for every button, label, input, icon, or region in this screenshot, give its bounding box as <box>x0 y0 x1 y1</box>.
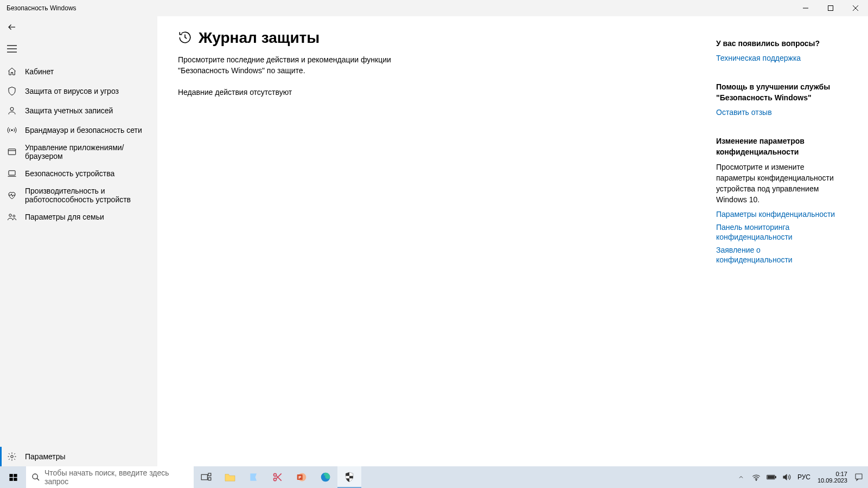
svg-point-16 <box>11 455 14 458</box>
signal-icon <box>7 125 17 136</box>
svg-rect-20 <box>14 478 17 481</box>
svg-rect-23 <box>201 474 207 480</box>
taskbar-app-explorer[interactable] <box>218 466 242 488</box>
battery-icon <box>767 474 776 480</box>
back-button[interactable] <box>0 16 157 38</box>
svg-rect-10 <box>8 149 16 155</box>
tray-clock[interactable]: 0:17 10.09.2023 <box>814 471 851 484</box>
svg-rect-35 <box>346 476 349 479</box>
sidebar-item-perf[interactable]: Производительность и работоспособность у… <box>0 183 157 207</box>
hamburger-button[interactable] <box>0 38 157 60</box>
sidebar-item-label: Параметры <box>25 452 66 461</box>
laptop-icon <box>7 168 17 179</box>
window-icon <box>7 146 17 157</box>
minimize-button[interactable] <box>793 0 818 16</box>
svg-rect-17 <box>9 474 12 477</box>
scissors-icon <box>272 472 283 483</box>
sidebar-item-label: Производительность и работоспособность у… <box>25 187 152 204</box>
family-icon <box>7 211 17 222</box>
svg-rect-39 <box>768 476 774 479</box>
search-placeholder: Чтобы начать поиск, введите здесь запрос <box>44 468 188 486</box>
titlebar: Безопасность Windows <box>0 0 868 16</box>
svg-rect-38 <box>775 477 776 478</box>
sidebar-item-label: Управление приложениями/браузером <box>25 143 152 160</box>
tray-date: 10.09.2023 <box>818 477 847 484</box>
sidebar-item-label: Параметры для семьи <box>25 213 104 221</box>
sidebar-item-device[interactable]: Безопасность устройства <box>0 164 157 183</box>
sidebar-item-family[interactable]: Параметры для семьи <box>0 207 157 227</box>
privacy-statement-link[interactable]: Заявление о конфиденциальности <box>716 245 835 265</box>
questions-block: У вас появились вопросы? Техническая под… <box>716 38 835 63</box>
svg-rect-18 <box>14 474 17 477</box>
svg-rect-19 <box>9 478 12 481</box>
notification-icon <box>854 473 863 481</box>
sidebar-item-firewall[interactable]: Брандмауэр и безопасность сети <box>0 120 157 140</box>
sidebar-item-virus[interactable]: Защита от вирусов и угроз <box>0 81 157 101</box>
folder-icon <box>224 472 236 482</box>
sidebar-item-label: Защита от вирусов и угроз <box>25 87 119 95</box>
privacy-dashboard-link[interactable]: Панель мониторинга конфиденциальности <box>716 222 835 242</box>
privacy-settings-link[interactable]: Параметры конфиденциальности <box>716 209 835 219</box>
sidebar-item-label: Брандмауэр и безопасность сети <box>25 126 142 134</box>
svg-rect-24 <box>208 473 211 476</box>
taskbar: Чтобы начать поиск, введите здесь запрос… <box>0 466 868 488</box>
taskbar-app-powerpoint[interactable]: P <box>290 466 314 488</box>
gear-icon <box>7 451 17 462</box>
svg-rect-25 <box>208 478 211 480</box>
sidebar-item-home[interactable]: Кабинет <box>0 62 157 81</box>
history-icon <box>178 30 193 46</box>
sidebar-item-label: Безопасность устройства <box>25 169 114 178</box>
svg-rect-1 <box>828 6 833 11</box>
taskbar-app-security[interactable] <box>337 466 361 488</box>
sidebar-item-label: Кабинет <box>25 67 54 76</box>
privacy-heading: Изменение параметров конфиденциальности <box>716 136 835 157</box>
task-view-button[interactable] <box>194 466 218 488</box>
tray-time: 0:17 <box>818 471 847 477</box>
taskbar-app-snip[interactable] <box>266 466 290 488</box>
svg-text:P: P <box>298 475 301 480</box>
svg-point-8 <box>10 107 14 111</box>
tray-volume[interactable] <box>780 466 794 488</box>
wifi-icon <box>752 473 761 481</box>
svg-line-22 <box>37 478 39 480</box>
svg-rect-40 <box>856 474 862 479</box>
sidebar: Кабинет Защита от вирусов и угроз Защита… <box>0 16 157 466</box>
home-icon <box>7 66 17 77</box>
svg-point-26 <box>274 473 277 476</box>
feedback-heading: Помощь в улучшении службы "Безопасность … <box>716 81 835 103</box>
support-link[interactable]: Техническая поддержка <box>716 53 835 63</box>
side-panel: У вас появились вопросы? Техническая под… <box>716 29 868 466</box>
windows-icon <box>9 473 18 482</box>
svg-point-15 <box>13 215 15 217</box>
tray-language[interactable]: РУС <box>795 466 813 488</box>
tray-overflow-button[interactable] <box>734 466 748 488</box>
svg-point-9 <box>11 130 12 131</box>
main-content: Журнал защиты Просмотрите последние дейс… <box>157 16 868 466</box>
sidebar-item-settings[interactable]: Параметры <box>0 447 157 466</box>
taskbar-app-1[interactable] <box>242 466 266 488</box>
svg-point-21 <box>33 474 37 479</box>
empty-state-text: Недавние действия отсутствуют <box>178 88 602 97</box>
edge-icon <box>320 472 331 483</box>
shield-icon <box>7 86 17 97</box>
maximize-button[interactable] <box>818 0 843 16</box>
sidebar-nav: Кабинет Защита от вирусов и угроз Защита… <box>0 62 157 227</box>
taskbar-app-edge[interactable] <box>314 466 337 488</box>
sidebar-item-account[interactable]: Защита учетных записей <box>0 101 157 120</box>
svg-point-27 <box>274 478 277 481</box>
powerpoint-icon: P <box>296 472 307 483</box>
taskbar-search[interactable]: Чтобы начать поиск, введите здесь запрос <box>26 466 194 488</box>
shield-icon <box>344 472 354 483</box>
tray-wifi[interactable] <box>749 466 763 488</box>
sidebar-item-appbrowser[interactable]: Управление приложениями/браузером <box>0 140 157 164</box>
arrow-left-icon <box>7 22 17 33</box>
feedback-link[interactable]: Оставить отзыв <box>716 107 835 117</box>
sidebar-footer: Параметры <box>0 447 157 466</box>
heart-icon <box>7 190 17 201</box>
start-button[interactable] <box>0 466 26 488</box>
app-icon <box>248 472 259 483</box>
tray-notifications[interactable] <box>852 466 866 488</box>
page-description: Просмотрите последние действия и рекомен… <box>178 54 406 76</box>
close-button[interactable] <box>843 0 868 16</box>
tray-battery[interactable] <box>764 466 778 488</box>
